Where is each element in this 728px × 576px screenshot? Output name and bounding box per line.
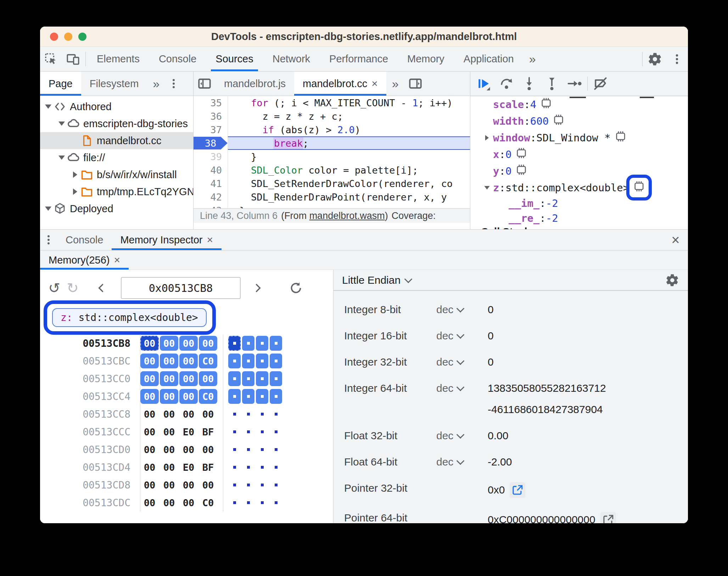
step-icon[interactable] bbox=[563, 72, 586, 96]
ascii-cell[interactable] bbox=[242, 354, 254, 368]
line-number-38[interactable]: 38 bbox=[194, 136, 228, 150]
ascii-cell[interactable] bbox=[256, 495, 268, 510]
byte-cell[interactable]: 00 bbox=[179, 442, 198, 457]
navigator-tab-page[interactable]: Page bbox=[40, 72, 81, 96]
ascii-cell[interactable] bbox=[228, 389, 241, 404]
main-tab-console[interactable]: Console bbox=[149, 47, 206, 71]
byte-cell[interactable]: C0 bbox=[199, 354, 217, 368]
ascii-cell[interactable] bbox=[270, 389, 282, 404]
ascii-cell[interactable] bbox=[270, 371, 282, 386]
tree-item-tmp-tmp-elctq2ygn[interactable]: tmp/tmp.ELcTq2YGN bbox=[40, 183, 193, 200]
ascii-cell[interactable] bbox=[228, 460, 241, 475]
ascii-cell[interactable] bbox=[242, 460, 254, 475]
scope-variable-y[interactable]: y: 0 bbox=[470, 163, 688, 179]
open-in-memory-inspector-chip-icon[interactable] bbox=[515, 147, 528, 162]
ascii-cell[interactable] bbox=[242, 424, 254, 439]
step-out-icon[interactable] bbox=[541, 72, 563, 96]
line-number-41[interactable]: 41 bbox=[194, 177, 228, 190]
endianness-dropdown[interactable]: Little Endian bbox=[342, 274, 411, 286]
byte-cell[interactable]: 00 bbox=[179, 354, 198, 368]
format-dropdown[interactable]: dec bbox=[436, 382, 488, 394]
ascii-cell[interactable] bbox=[228, 424, 241, 439]
byte-cell[interactable]: 00 bbox=[160, 389, 178, 404]
ascii-cell[interactable] bbox=[256, 407, 268, 422]
ascii-cell[interactable] bbox=[242, 478, 254, 492]
byte-cell[interactable]: 00 bbox=[179, 371, 198, 386]
scope-variable-window[interactable]: window: SDL_Window * bbox=[470, 129, 688, 146]
line-number-43[interactable]: 43 bbox=[194, 204, 228, 208]
open-in-memory-inspector-chip-icon[interactable] bbox=[552, 114, 565, 128]
byte-cell[interactable]: 00 bbox=[160, 407, 178, 422]
byte-cell[interactable]: 00 bbox=[140, 442, 159, 457]
byte-cell[interactable]: E0 bbox=[179, 424, 198, 439]
wasm-link[interactable]: mandelbrot.wasm bbox=[309, 210, 385, 221]
jump-to-address-icon[interactable] bbox=[600, 512, 616, 523]
ascii-cell[interactable] bbox=[242, 407, 254, 422]
step-into-icon[interactable] bbox=[518, 72, 541, 96]
open-in-memory-inspector-chip-icon[interactable] bbox=[614, 130, 627, 145]
step-over-icon[interactable] bbox=[495, 72, 518, 96]
editor-more-tabs-chevron[interactable]: » bbox=[386, 72, 404, 96]
scope-expand-arrow-icon[interactable] bbox=[481, 135, 493, 141]
byte-cell[interactable]: 00 bbox=[199, 478, 217, 492]
pane-left-icon[interactable] bbox=[194, 72, 215, 96]
undo-icon[interactable]: ↺ bbox=[45, 280, 63, 296]
byte-cell[interactable]: 00 bbox=[179, 407, 198, 422]
more-tabs-chevron[interactable]: » bbox=[523, 47, 542, 71]
tree-expand-arrow-icon[interactable] bbox=[44, 105, 53, 109]
byte-cell[interactable]: 00 bbox=[179, 389, 198, 404]
ascii-cell[interactable] bbox=[270, 478, 282, 492]
ascii-cell[interactable] bbox=[270, 460, 282, 475]
tree-expand-arrow-icon[interactable] bbox=[71, 171, 80, 178]
format-dropdown[interactable]: dec bbox=[436, 430, 488, 442]
byte-cell[interactable]: 00 bbox=[160, 460, 178, 475]
ascii-cell[interactable] bbox=[228, 442, 241, 457]
scope-variable-x[interactable]: x: 0 bbox=[470, 146, 688, 163]
byte-cell[interactable]: 00 bbox=[140, 336, 159, 351]
main-tab-performance[interactable]: Performance bbox=[320, 47, 398, 71]
open-in-memory-inspector-chip-icon[interactable] bbox=[540, 97, 553, 112]
code-editor[interactable]: 35 for (; i < MAX_ITER_COUNT - 1; i++)36… bbox=[194, 96, 470, 208]
byte-cell[interactable]: 00 bbox=[160, 495, 178, 510]
byte-cell[interactable]: 00 bbox=[160, 424, 178, 439]
byte-cell[interactable]: 00 bbox=[160, 336, 178, 351]
format-dropdown[interactable]: dec bbox=[436, 304, 488, 316]
byte-cell[interactable]: 00 bbox=[179, 478, 198, 492]
line-number-35[interactable]: 35 bbox=[194, 96, 228, 109]
format-dropdown[interactable]: dec bbox=[436, 456, 488, 468]
byte-cell[interactable]: 00 bbox=[140, 371, 159, 386]
main-tab-network[interactable]: Network bbox=[263, 47, 320, 71]
scope-variable-z[interactable]: z: std::complex<double> bbox=[470, 179, 688, 196]
close-memory-tab-icon[interactable]: × bbox=[114, 254, 120, 266]
format-dropdown[interactable]: dec bbox=[436, 330, 488, 342]
byte-cell[interactable]: 00 bbox=[160, 371, 178, 386]
line-number-39[interactable]: 39 bbox=[194, 150, 228, 163]
ascii-cell[interactable] bbox=[242, 442, 254, 457]
byte-cell[interactable]: 00 bbox=[160, 354, 178, 368]
scope-variable-im[interactable]: __im_: -2 bbox=[470, 196, 688, 211]
ascii-cell[interactable] bbox=[256, 442, 268, 457]
line-number-42[interactable]: 42 bbox=[194, 190, 228, 204]
ascii-cell[interactable] bbox=[270, 495, 282, 510]
redo-icon[interactable]: ↻ bbox=[63, 280, 82, 296]
ascii-cell[interactable] bbox=[270, 424, 282, 439]
ascii-cell[interactable] bbox=[256, 336, 268, 351]
deactivate-breakpoints-icon[interactable] bbox=[589, 72, 612, 96]
open-in-memory-inspector-chip-icon[interactable] bbox=[515, 164, 528, 178]
file-tab-mandelbrot-cc[interactable]: mandelbrot.cc× bbox=[294, 72, 386, 96]
line-number-36[interactable]: 36 bbox=[194, 109, 228, 123]
previous-page-icon[interactable] bbox=[82, 282, 121, 294]
drawer-kebab-menu-icon[interactable] bbox=[40, 230, 57, 250]
resume-icon[interactable] bbox=[472, 72, 495, 96]
tree-item-authored[interactable]: Authored bbox=[40, 98, 193, 115]
ascii-cell[interactable] bbox=[228, 495, 241, 510]
inspect-icon[interactable] bbox=[40, 47, 62, 71]
minimize-window-button[interactable] bbox=[64, 33, 72, 41]
maximize-window-button[interactable] bbox=[78, 33, 86, 41]
file-tab-mandelbrot-js[interactable]: mandelbrot.js bbox=[215, 72, 294, 96]
ascii-cell[interactable] bbox=[270, 407, 282, 422]
main-tab-elements[interactable]: Elements bbox=[87, 47, 149, 71]
byte-cell[interactable]: 00 bbox=[160, 442, 178, 457]
byte-cell[interactable]: 00 bbox=[160, 478, 178, 492]
byte-cell[interactable]: 00 bbox=[199, 407, 217, 422]
